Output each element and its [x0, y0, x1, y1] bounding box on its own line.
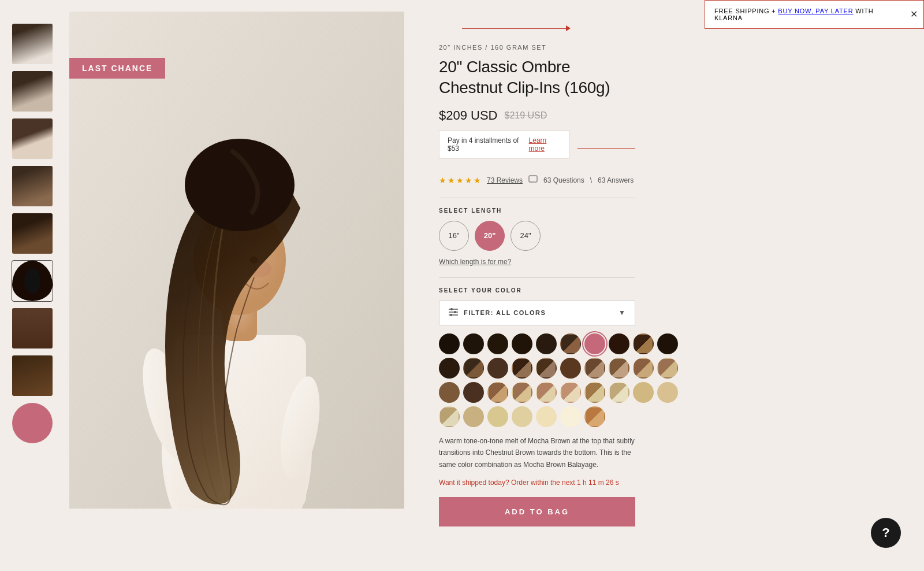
thumbnail-4[interactable] [12, 165, 53, 207]
svg-rect-11 [529, 176, 537, 182]
close-notification-button[interactable]: ✕ [910, 10, 918, 19]
thumb-img-3 [12, 118, 53, 159]
qa-answers[interactable]: 63 Answers [598, 176, 634, 184]
add-to-bag-button[interactable]: ADD TO BAG [439, 497, 635, 526]
thumb-img-5 [12, 213, 53, 254]
page-wrapper: LAST CHANCE [0, 0, 924, 571]
reviews-count[interactable]: 73 Reviews [487, 176, 523, 184]
length-24[interactable]: 24" [511, 221, 541, 251]
filter-dropdown[interactable]: FILTER: ALL COLORS ▼ [439, 301, 635, 325]
notification-bar: FREE SHIPPING + BUY NOW, PAY LATER WITH … [705, 0, 924, 29]
thumbnail-8[interactable] [12, 355, 53, 396]
swatch-light-blonde[interactable] [512, 406, 532, 427]
product-details: 20" INCHES / 160 GRAM SET 20" Classic Om… [416, 12, 658, 571]
promo-arrow-line [462, 28, 566, 29]
swatch-mocha-3[interactable] [512, 358, 532, 379]
thumbnail-2[interactable] [12, 71, 53, 112]
length-16[interactable]: 16" [439, 221, 469, 251]
product-title: 20" Classic Ombre Chestnut Clip-Ins (160… [439, 57, 635, 99]
klarna-link[interactable]: BUY NOW, PAY LATER [778, 8, 853, 14]
thumb-img-4 [12, 166, 53, 206]
swatch-dark-warm-1[interactable] [463, 382, 484, 403]
swatch-mocha-5[interactable] [560, 358, 581, 379]
swatch-espresso-2[interactable] [633, 333, 654, 354]
length-label: SELECT LENGTH [439, 207, 635, 214]
clip-svg [21, 266, 44, 295]
product-main-image [69, 12, 404, 509]
product-svg [69, 12, 404, 509]
swatch-dark-brown-2[interactable] [512, 333, 532, 354]
qa-count[interactable]: 63 Questions [543, 176, 584, 184]
last-chance-badge: LAST CHANCE [69, 58, 165, 79]
klarna-text: Pay in 4 installments of $53 [448, 136, 524, 153]
main-image-area: LAST CHANCE [58, 12, 416, 571]
divider-2 [439, 277, 635, 278]
swatch-golden-blonde[interactable] [487, 406, 508, 427]
swatch-platinum-2[interactable] [560, 406, 581, 427]
color-section: SELECT YOUR COLOR FILTER: ALL [439, 287, 635, 487]
swatch-blonde-1[interactable] [609, 382, 629, 403]
swatch-sable-2[interactable] [439, 358, 460, 379]
color-description: A warm tone-on-tone melt of Mocha Brown … [439, 435, 635, 470]
thumbnail-5[interactable] [12, 213, 53, 254]
promo-arrowhead [566, 25, 571, 31]
swatch-mocha-2[interactable] [487, 358, 508, 379]
thumbnail-1[interactable] [12, 23, 53, 65]
reviews-row: ★ ★ ★ ★ ★ 73 Reviews 63 Questions \ 63 A… [439, 175, 635, 186]
klarna-row: Pay in 4 installments of $53 Learn more [439, 130, 635, 167]
swatch-warm-auburn[interactable] [487, 382, 508, 403]
thumb-img-1 [12, 24, 53, 64]
swatch-auburn-copper[interactable] [584, 406, 605, 427]
swatch-blonde-3[interactable] [657, 382, 678, 403]
swatch-warm-brown-3[interactable] [439, 382, 460, 403]
swatch-dark-brown-1[interactable] [487, 333, 508, 354]
swatch-blonde-2[interactable] [633, 382, 654, 403]
swatch-natural-black[interactable] [463, 333, 484, 354]
swatch-honey-1[interactable] [584, 382, 605, 403]
thumb-img-7 [12, 308, 53, 348]
swatch-platinum-1[interactable] [536, 406, 557, 427]
svg-point-10 [185, 139, 295, 231]
klarna-learn-more[interactable]: Learn more [529, 136, 561, 153]
swatch-dark-mocha[interactable] [560, 333, 581, 354]
length-20[interactable]: 20" [475, 221, 505, 251]
svg-point-17 [450, 314, 452, 316]
swatch-sable-1[interactable] [657, 333, 678, 354]
swatch-chestnut-1[interactable] [584, 358, 605, 379]
swatch-caramel-3[interactable] [560, 382, 581, 403]
swatch-caramel-1[interactable] [512, 382, 532, 403]
swatch-blonde-5[interactable] [463, 406, 484, 427]
thumbnail-sidebar [0, 12, 58, 571]
swatch-jet-black[interactable] [439, 333, 460, 354]
thumbnail-9[interactable] [12, 402, 53, 444]
thumb-img-6 [12, 261, 53, 301]
swatch-espresso-1[interactable] [609, 333, 629, 354]
star-4: ★ [465, 176, 472, 185]
svg-point-15 [454, 311, 456, 313]
swatch-caramel-2[interactable] [536, 382, 557, 403]
qa-icon [528, 175, 538, 184]
promo-arrow [462, 25, 571, 31]
swatch-chestnut-2[interactable] [609, 358, 629, 379]
swatch-warm-brown-1[interactable] [633, 358, 654, 379]
reviews-divider [528, 175, 538, 186]
notif-text: FREE SHIPPING + BUY NOW, PAY LATER WITH … [714, 8, 903, 21]
filter-text: FILTER: ALL COLORS [464, 309, 546, 316]
which-length-link[interactable]: Which length is for me? [439, 258, 635, 266]
swatch-mocha-1[interactable] [463, 358, 484, 379]
thumb-img-9 [12, 403, 53, 443]
help-button[interactable]: ? [871, 518, 901, 548]
swatch-selected-ombre[interactable] [584, 333, 605, 354]
swatch-blonde-4[interactable] [439, 406, 460, 427]
price-current: $209 USD [439, 108, 498, 123]
swatch-warm-brown-2[interactable] [657, 358, 678, 379]
thumbnail-3[interactable] [12, 118, 53, 160]
swatch-mocha-4[interactable] [536, 358, 557, 379]
notif-prefix: FREE SHIPPING + [714, 8, 778, 14]
swatch-dark-brown-3[interactable] [536, 333, 557, 354]
thumb-img-2 [12, 71, 53, 112]
length-section: SELECT LENGTH 16" 20" 24" Which length i… [439, 207, 635, 266]
thumbnail-7[interactable] [12, 307, 53, 349]
thumbnail-6[interactable] [12, 260, 53, 302]
star-1: ★ [439, 176, 446, 185]
